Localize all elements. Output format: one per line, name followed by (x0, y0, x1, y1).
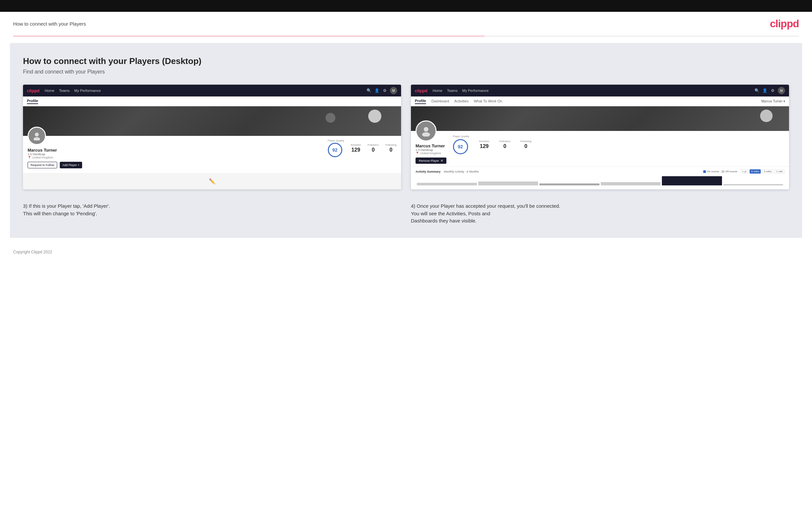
activities-stat-1: Activities 129 (351, 144, 361, 153)
avatar-2: M (778, 87, 785, 94)
svg-point-3 (422, 132, 430, 136)
mock-tab-bar-1: Profile (23, 97, 401, 106)
main-title: How to connect with your Players (Deskto… (23, 56, 789, 66)
activity-title: Activity Summary (415, 170, 441, 173)
location-icon-1: 📍 (28, 156, 31, 159)
player-handicap-2: 1-5 Handicap (415, 148, 446, 152)
nav-item-performance-2: My Performance (462, 89, 489, 93)
remove-player-label: Remove Player (419, 159, 439, 162)
legend-on-course: On course (703, 170, 719, 173)
player-name-2: Marcus Turner (415, 144, 446, 148)
description-text-2: 4) Once your Player has accepted your re… (411, 203, 789, 225)
settings-icon-1: ⚙ (382, 88, 387, 93)
nav-item-home-2: Home (433, 89, 442, 93)
bar-6 (723, 184, 783, 185)
tab-profile-1[interactable]: Profile (27, 99, 38, 104)
screenshot-bottom-1: ✏️ (23, 173, 401, 189)
mock-nav-1: clippd Home Teams My Performance 🔍 👤 ⚙ M (23, 84, 401, 97)
quality-circle-2: 92 (453, 139, 468, 154)
bar-4 (601, 182, 661, 185)
description-text-1: 3) If this is your Player tap, 'Add Play… (23, 203, 401, 217)
tab-dashboard-2[interactable]: Dashboard (431, 99, 449, 104)
following-label-1: Following (385, 144, 397, 146)
screenshot-2: clippd Home Teams My Performance 🔍 👤 ⚙ M… (411, 84, 789, 189)
bar-1 (417, 183, 477, 185)
player-location-1: 📍 United Kingdom (28, 156, 82, 159)
tab-what-to-work-on-2[interactable]: What To Work On (474, 99, 502, 104)
settings-icon-2: ⚙ (770, 88, 775, 93)
player-info-1: Marcus Turner 1-5 Handicap 📍 United King… (28, 148, 82, 159)
followers-stat-2: Followers 0 (499, 140, 510, 149)
nav-item-home-1: Home (45, 89, 54, 93)
quality-stat-2: Player Quality 92 (453, 135, 469, 154)
header: How to connect with your Players clippd (0, 12, 812, 36)
header-divider (13, 36, 799, 37)
follow-button-1[interactable]: Request to Follow (28, 162, 57, 168)
player-stats-row-2: Player Quality 92 Activities 129 Followe… (453, 135, 531, 154)
activities-value-2: 129 (479, 144, 490, 149)
activity-summary: Activity Summary Monthly Activity · 6 Mo… (411, 166, 789, 188)
avatar-1: M (390, 87, 397, 94)
activity-header: Activity Summary Monthly Activity · 6 Mo… (415, 169, 784, 174)
on-course-dot (703, 170, 706, 173)
mock-nav-2: clippd Home Teams My Performance 🔍 👤 ⚙ M (411, 84, 789, 97)
bar-2 (478, 181, 539, 185)
nav-item-teams-2: Teams (447, 89, 458, 93)
off-course-dot (722, 170, 724, 173)
description-block-2: 4) Once your Player has accepted your re… (411, 199, 789, 228)
quality-label-1: Player Quality (328, 139, 344, 142)
filter-1yr[interactable]: 1 yr (741, 169, 748, 174)
add-player-button-1[interactable]: Add Player + (60, 162, 82, 168)
tab-activities-2[interactable]: Activities (454, 99, 468, 104)
mock-nav-items-2: Home Teams My Performance (433, 89, 489, 93)
off-course-label: Off course (725, 170, 738, 173)
activities-stat-2: Activities 129 (479, 140, 490, 149)
player-avatar-row-2 (415, 120, 446, 142)
bar-5 (662, 176, 722, 185)
mock-nav-icons-1: 🔍 👤 ⚙ M (366, 87, 397, 94)
filter-3mths[interactable]: 3 mths (762, 169, 773, 174)
mock-tab-bar-2: Profile Dashboard Activities What To Wor… (411, 97, 789, 106)
following-label-2: Following (520, 140, 531, 143)
filter-6mths[interactable]: 6 mths (750, 169, 761, 174)
quality-circle-1: 92 (328, 143, 342, 157)
player-name-1: Marcus Turner (28, 148, 82, 153)
svg-point-2 (424, 127, 428, 131)
location-text-1: United Kingdom (32, 156, 53, 159)
following-stat-2: Following 0 (520, 140, 531, 149)
copyright-text: Copyright Clippd 2022 (13, 250, 52, 254)
screenshot-1: clippd Home Teams My Performance 🔍 👤 ⚙ M… (23, 84, 401, 189)
search-icon-2: 🔍 (754, 88, 759, 93)
mock-nav-items-1: Home Teams My Performance (45, 89, 101, 93)
descriptions-row: 3) If this is your Player tap, 'Add Play… (23, 199, 789, 228)
description-block-1: 3) If this is your Player tap, 'Add Play… (23, 199, 401, 228)
quality-stat-1: Player Quality 92 (328, 139, 344, 157)
activities-label-1: Activities (351, 144, 361, 146)
followers-value-2: 0 (499, 144, 510, 149)
player-profile-2: Marcus Turner 1-5 Handicap 📍 United King… (411, 131, 789, 166)
player-buttons-2: Remove Player ✕ (415, 158, 446, 164)
on-course-label: On course (707, 170, 719, 173)
followers-label-2: Followers (499, 140, 510, 143)
filter-1mth[interactable]: 1 mth (774, 169, 784, 174)
footer: Copyright Clippd 2022 (0, 244, 812, 260)
pencil-icon-1: ✏️ (209, 178, 215, 184)
main-content: How to connect with your Players (Deskto… (10, 43, 802, 238)
followers-label-1: Followers (367, 144, 379, 146)
svg-point-0 (35, 132, 39, 136)
player-avatar-1 (28, 127, 46, 145)
user-icon-2: 👤 (762, 88, 767, 93)
search-icon-1: 🔍 (366, 88, 371, 93)
remove-player-button[interactable]: Remove Player ✕ (415, 158, 446, 164)
player-location-2: 📍 United Kingdom (415, 152, 446, 155)
mock-logo-2: clippd (415, 88, 427, 93)
remove-x-icon: ✕ (441, 159, 443, 162)
followers-stat-1: Followers 0 (367, 144, 379, 153)
following-value-1: 0 (385, 147, 397, 153)
top-bar (0, 0, 812, 12)
player-avatar-row-1 (28, 127, 82, 145)
tab-extra-2: Marcus Turner ▾ (761, 100, 785, 103)
tab-profile-2[interactable]: Profile (415, 99, 426, 104)
player-info-2: Marcus Turner 1-5 Handicap 📍 United King… (415, 144, 446, 155)
clippd-logo: clippd (770, 18, 799, 30)
